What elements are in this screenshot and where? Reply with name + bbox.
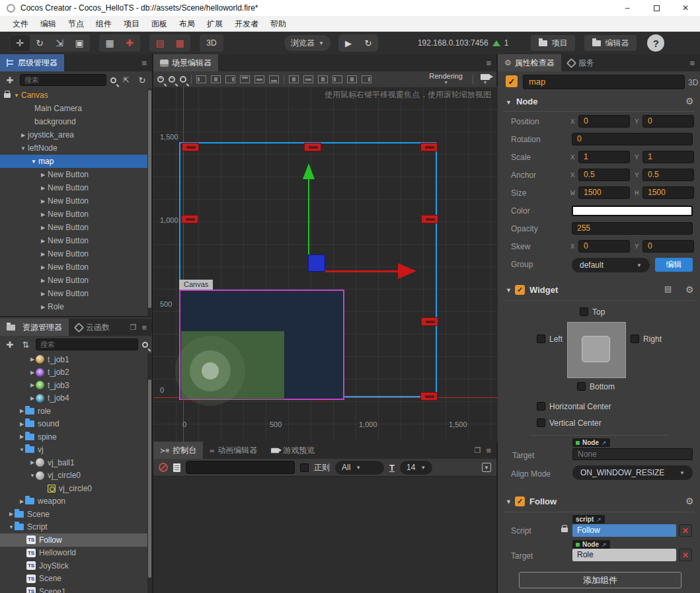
create-node-button[interactable]: ✚ bbox=[4, 75, 16, 85]
zoom-in-icon[interactable]: + bbox=[157, 76, 164, 83]
asset-item-vj[interactable]: ▼vj bbox=[0, 444, 152, 457]
asset-item-t_job3[interactable]: ▶t_job3 bbox=[0, 379, 152, 392]
expand-arrow-icon[interactable]: ▶ bbox=[29, 356, 36, 362]
close-button[interactable]: ✕ bbox=[671, 0, 700, 16]
search-icon[interactable] bbox=[142, 342, 148, 348]
menu-item-4[interactable]: 项目 bbox=[118, 16, 145, 32]
collapse-arrow-icon[interactable]: ▼ bbox=[30, 159, 37, 165]
expand-arrow-icon[interactable]: ▶ bbox=[29, 370, 36, 376]
hierarchy-node-new-button[interactable]: ▶New Button bbox=[0, 287, 152, 300]
align-top-icon[interactable] bbox=[240, 75, 250, 83]
align-v-center-icon[interactable] bbox=[254, 75, 264, 83]
anchor-x-input[interactable]: 0.5 bbox=[578, 169, 630, 181]
widget-hcenter-checkbox[interactable] bbox=[537, 402, 545, 411]
follow-target-field[interactable]: Role bbox=[572, 549, 676, 561]
regex-checkbox[interactable] bbox=[300, 463, 309, 472]
scale-tool-button[interactable]: ⇲ bbox=[50, 35, 69, 51]
console-log-area[interactable] bbox=[153, 476, 496, 593]
menu-item-5[interactable]: 面板 bbox=[145, 16, 173, 32]
asset-item-vj_circle0[interactable]: vj_circle0 bbox=[0, 482, 152, 495]
distribute-left-icon[interactable] bbox=[318, 75, 328, 83]
asset-item-helloworld[interactable]: TSHelloworld bbox=[0, 547, 152, 560]
asset-item-weapon[interactable]: ▶weapon bbox=[0, 495, 152, 508]
sort-assets-icon[interactable]: ⇅ bbox=[20, 340, 32, 350]
distribute-v-icon[interactable] bbox=[303, 75, 313, 83]
asset-item-t_job2[interactable]: ▶t_job2 bbox=[0, 366, 152, 379]
expand-arrow-icon[interactable]: ▶ bbox=[19, 408, 25, 414]
lock-icon[interactable] bbox=[4, 93, 11, 98]
open-editor-button[interactable]: 编辑器 bbox=[584, 35, 637, 51]
refresh-button[interactable]: ↻ bbox=[358, 38, 378, 48]
asset-item-scene[interactable]: TSScene bbox=[0, 573, 152, 586]
button-node-handle-1[interactable] bbox=[304, 143, 321, 151]
asset-item-t_job4[interactable]: ▶t_job4 bbox=[0, 392, 152, 405]
open-log-icon[interactable] bbox=[173, 463, 180, 472]
hierarchy-node-new-button[interactable]: ▶New Button bbox=[0, 247, 152, 260]
remove-target-button[interactable]: ✕ bbox=[679, 549, 692, 561]
menu-item-7[interactable]: 扩展 bbox=[201, 16, 229, 32]
opacity-input[interactable]: 255 bbox=[572, 222, 693, 235]
hierarchy-scrollbar[interactable] bbox=[147, 89, 152, 316]
hierarchy-search-input[interactable]: 搜索 bbox=[20, 74, 106, 86]
widget-section-collapse-icon[interactable]: ▼ bbox=[506, 287, 512, 294]
font-size-dropdown[interactable]: 14 ▼ bbox=[400, 461, 432, 475]
anchor-mode-button[interactable]: ✚ bbox=[120, 35, 139, 51]
hierarchy-node-new-button[interactable]: ▶New Button bbox=[0, 208, 152, 221]
zoom-out-icon[interactable]: − bbox=[169, 76, 175, 83]
gizmo-y-arrowhead[interactable] bbox=[303, 163, 315, 179]
asset-item-vj_ball1[interactable]: ▶vj_ball1 bbox=[0, 456, 152, 469]
maximize-button[interactable] bbox=[642, 0, 671, 16]
align-h-center-icon[interactable] bbox=[211, 75, 221, 83]
hierarchy-node-new-button[interactable]: ▶New Button bbox=[0, 168, 152, 181]
tab-properties[interactable]: ⚙ 属性检查器 bbox=[498, 54, 561, 71]
rect-gizmo-button[interactable]: ▤ bbox=[150, 35, 170, 51]
widget-vcenter-checkbox[interactable] bbox=[537, 418, 545, 427]
button-node-handle-9[interactable] bbox=[420, 392, 438, 401]
button-node-handle-2[interactable] bbox=[420, 143, 438, 151]
collapse-arrow-icon[interactable]: ▼ bbox=[19, 447, 25, 453]
collapse-arrow-icon[interactable]: ▼ bbox=[8, 524, 15, 530]
rotation-input[interactable]: 0 bbox=[572, 133, 693, 145]
collapse-log-icon[interactable]: ▼ bbox=[482, 463, 491, 472]
preview-browser-dropdown[interactable]: 浏览器 ▼ bbox=[284, 35, 331, 51]
gizmo-x-axis[interactable] bbox=[325, 270, 399, 272]
asset-item-spine[interactable]: ▶spine bbox=[0, 430, 152, 444]
hierarchy-node-role[interactable]: ▶Role bbox=[0, 300, 152, 313]
follow-script-field[interactable]: Follow bbox=[572, 524, 676, 537]
expand-arrow-icon[interactable]: ▶ bbox=[40, 291, 46, 297]
play-button[interactable]: ▶ bbox=[338, 38, 358, 48]
size-h-input[interactable]: 1500 bbox=[642, 186, 694, 199]
expand-arrow-icon[interactable]: ▶ bbox=[40, 304, 46, 310]
hierarchy-node-map[interactable]: ▼map bbox=[0, 155, 152, 168]
expand-arrow-icon[interactable]: ▶ bbox=[29, 395, 36, 401]
refresh-icon[interactable]: ↻ bbox=[136, 75, 148, 85]
hierarchy-node-leftnode[interactable]: ▼leftNode bbox=[0, 141, 152, 155]
menu-item-9[interactable]: 帮助 bbox=[264, 16, 292, 32]
align-bottom-icon[interactable] bbox=[269, 75, 279, 83]
menu-item-8[interactable]: 开发者 bbox=[229, 16, 264, 32]
widget-help-icon[interactable]: ▤ bbox=[664, 284, 672, 294]
remove-script-button[interactable]: ✕ bbox=[679, 524, 692, 537]
button-node-handle-6[interactable] bbox=[421, 317, 438, 326]
assets-scrollbar[interactable] bbox=[147, 353, 152, 593]
align-left-icon[interactable] bbox=[196, 75, 206, 83]
space-v-icon[interactable] bbox=[347, 75, 357, 83]
button-node-handle-4[interactable] bbox=[421, 215, 438, 223]
asset-item-scene1[interactable]: TSScene1 bbox=[0, 585, 152, 593]
group-dropdown[interactable]: default▼ bbox=[572, 258, 650, 272]
menu-item-3[interactable]: 组件 bbox=[90, 16, 118, 32]
3d-toggle-button[interactable]: 3D bbox=[200, 35, 223, 51]
camera-view-dropdown[interactable]: ▼ bbox=[481, 74, 490, 85]
gizmo-center-handle[interactable] bbox=[308, 255, 325, 272]
collapse-all-icon[interactable]: ⇱ bbox=[120, 76, 132, 85]
widget-enabled-checkbox[interactable]: ✓ bbox=[515, 285, 525, 295]
menu-item-0[interactable]: 文件 bbox=[7, 16, 34, 32]
console-filter-input[interactable] bbox=[186, 461, 295, 474]
panel-menu-icon[interactable]: ≡ bbox=[141, 58, 147, 68]
follow-enabled-checkbox[interactable]: ✓ bbox=[515, 496, 525, 506]
menu-item-1[interactable]: 编辑 bbox=[34, 16, 62, 32]
expand-arrow-icon[interactable]: ▶ bbox=[19, 421, 25, 427]
zoom-reset-icon[interactable] bbox=[180, 76, 186, 83]
tab-service[interactable]: 服务 bbox=[561, 54, 601, 71]
rotate-tool-button[interactable]: ↻ bbox=[30, 35, 50, 51]
